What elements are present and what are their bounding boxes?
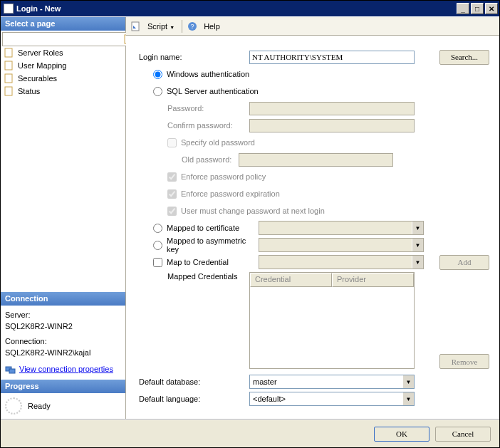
connection-icon [5,364,16,375]
remove-button: Remove [439,354,489,369]
svg-text:?: ? [191,23,194,30]
enforce-policy-checkbox [167,172,177,182]
dialog-buttons: OK Cancel [1,419,499,447]
mapped-cert-label: Mapped to certificate [167,224,259,232]
default-lang-select[interactable]: <default>▼ [249,392,415,406]
view-connection-properties-link[interactable]: View connection properties [19,364,113,375]
cancel-button[interactable]: Cancel [435,427,491,442]
sql-auth-radio[interactable] [153,87,162,96]
map-cred-label: Map to Credential [167,258,259,266]
old-password-input [239,153,393,167]
default-db-select[interactable]: master▼ [249,375,415,389]
connection-header: Connection [1,292,125,306]
provider-column: Provider [332,273,414,287]
login-new-window: Login - New _ □ ✕ Select a page General … [0,0,500,448]
svg-rect-5 [5,74,12,83]
page-icon [4,60,15,71]
ok-button[interactable]: OK [374,427,429,442]
cred-select: ▼ [259,255,424,269]
sidebar: Select a page General Server Roles User … [1,17,126,419]
old-password-label: Old password: [139,155,239,164]
mapped-asym-label: Mapped to asymmetric key [167,236,259,254]
sidebar-item-user-mapping[interactable]: User Mapping [2,59,124,72]
sidebar-item-securables[interactable]: Securables [2,72,124,85]
windows-auth-label: Windows authentication [167,70,249,78]
mapped-asym-radio[interactable] [153,241,162,250]
maximize-button[interactable]: □ [471,3,484,14]
confirm-password-label: Confirm password: [139,121,249,130]
search-button[interactable]: Search... [439,50,489,65]
dropdown-arrow-icon: ▼ [170,25,175,30]
sidebar-item-server-roles[interactable]: Server Roles [2,46,124,59]
mapped-cert-radio[interactable] [153,224,162,233]
close-button[interactable]: ✕ [485,3,498,14]
svg-rect-9 [132,22,139,31]
page-icon [4,73,15,84]
sql-auth-label: SQL Server authentication [167,87,259,95]
dropdown-arrow-icon: ▼ [402,392,414,405]
help-icon: ? [187,21,198,32]
must-change-label: User must change password at next login [181,207,325,215]
toolbar: Script ▼ ? Help [126,17,499,36]
dropdown-arrow-icon: ▼ [412,256,423,269]
sidebar-item-status[interactable]: Status [2,85,124,98]
mapped-creds-label: Mapped Credentials [139,272,249,281]
dropdown-arrow-icon: ▼ [412,222,423,234]
specify-old-checkbox [167,138,177,147]
login-name-input[interactable] [249,51,415,64]
credential-column: Credential [250,273,332,287]
server-value: SQL2K8R2-WINR2 [5,321,121,332]
enforce-expiration-label: Enforce password expiration [181,189,280,198]
script-button[interactable]: Script ▼ [145,21,177,32]
asym-select: ▼ [259,238,424,252]
dropdown-arrow-icon: ▼ [412,239,423,251]
minimize-button[interactable]: _ [457,3,469,14]
connection-value: SQL2K8R2-WINR2\kajal [5,348,121,358]
connection-info: Server: SQL2K8R2-WINR2 Connection: SQL2K… [1,306,125,380]
add-button: Add [439,255,489,270]
titlebar[interactable]: Login - New _ □ ✕ [1,1,499,16]
svg-rect-8 [9,369,15,373]
cert-select: ▼ [259,221,424,235]
svg-rect-3 [5,48,12,57]
password-input [249,102,415,115]
dropdown-arrow-icon: ▼ [402,375,414,388]
password-label: Password: [139,104,249,113]
default-db-label: Default database: [139,377,249,386]
confirm-password-input [249,119,415,132]
enforce-policy-label: Enforce password policy [181,172,266,181]
windows-auth-radio[interactable] [153,70,162,79]
svg-rect-4 [5,61,12,70]
enforce-expiration-checkbox [167,189,177,199]
help-button[interactable]: Help [201,21,223,32]
must-change-checkbox [167,207,177,216]
svg-rect-6 [5,87,12,95]
page-icon [4,47,15,58]
connection-label: Connection: [5,336,121,347]
window-title: Login - New [16,4,61,13]
server-label: Server: [5,310,121,321]
login-name-label: Login name: [139,53,249,61]
specify-old-label: Specify old password [181,138,255,147]
progress-status: Ready [28,402,51,410]
window-icon [4,4,14,14]
page-icon [4,85,15,97]
progress-header: Progress [1,380,125,393]
map-cred-checkbox[interactable] [153,258,162,267]
mapped-credentials-grid: CredentialProvider [249,272,415,369]
script-icon [130,21,142,32]
select-page-header: Select a page [1,17,125,31]
progress-spinner-icon [5,397,22,415]
default-lang-label: Default language: [139,395,249,403]
